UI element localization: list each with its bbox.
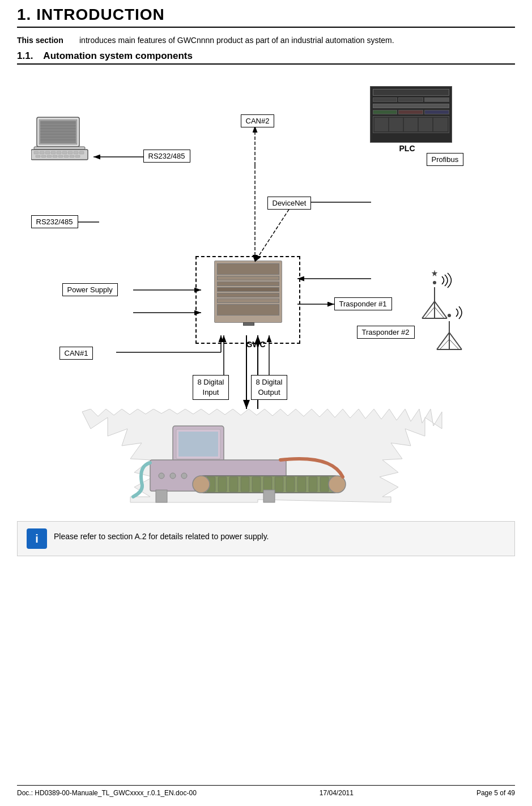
svg-rect-37 <box>62 151 67 154</box>
trasponder1-label: Trasponder #1 <box>334 297 392 310</box>
svg-point-83 <box>193 476 210 493</box>
svg-rect-73 <box>218 477 227 492</box>
footer-page: Page 5 of 49 <box>476 789 515 797</box>
footer-doc-ref: Doc.: HD0389-00-Manuale_TL_GWCxxxx_r.0.1… <box>17 789 197 797</box>
footer-date: 17/04/2011 <box>320 789 354 797</box>
svg-rect-39 <box>74 151 78 154</box>
svg-rect-46 <box>64 155 69 157</box>
digital-input-label: 8 DigitalInput <box>193 375 229 400</box>
devicenet-label: DeviceNet <box>267 197 312 210</box>
svg-rect-38 <box>68 151 73 154</box>
svg-rect-75 <box>241 477 249 492</box>
svg-rect-36 <box>57 151 61 154</box>
antenna2-icon <box>432 304 466 354</box>
svg-rect-80 <box>297 477 306 492</box>
power-supply-label: Power Supply <box>62 283 118 296</box>
svg-rect-42 <box>41 155 46 157</box>
profibus-label: Profibus <box>427 153 464 166</box>
svg-point-89 <box>181 473 187 479</box>
subsection-title: Automation system components <box>43 50 193 62</box>
page-footer: Doc.: HD0389-00-Manuale_TL_GWCxxxx_r.0.1… <box>17 785 515 800</box>
svg-rect-81 <box>309 477 317 492</box>
info-icon: i <box>27 528 47 549</box>
machine-area <box>37 409 484 505</box>
plc-device <box>370 86 452 143</box>
plc-label: PLC <box>399 144 415 153</box>
section-intro-text: introduces main features of GWCnnnn prod… <box>79 36 515 45</box>
svg-rect-33 <box>40 151 44 154</box>
svg-rect-76 <box>252 477 261 492</box>
svg-rect-31 <box>31 150 88 160</box>
svg-rect-79 <box>286 477 295 492</box>
svg-rect-74 <box>229 477 238 492</box>
svg-rect-48 <box>75 155 80 157</box>
svg-rect-69 <box>178 432 218 457</box>
page-header: 1. INTRODUCTION <box>17 0 515 28</box>
svg-rect-41 <box>36 155 40 157</box>
rs232-485-top-label: RS232/485 <box>143 150 190 163</box>
svg-rect-35 <box>51 151 56 154</box>
note-box: i Please refer to section A.2 for detail… <box>17 521 515 556</box>
svg-rect-82 <box>320 477 329 492</box>
digital-output-label: 8 DigitalOutput <box>251 375 288 400</box>
svg-rect-85 <box>156 490 167 502</box>
svg-rect-44 <box>53 155 57 157</box>
svg-rect-40 <box>79 151 84 154</box>
svg-rect-47 <box>70 155 74 157</box>
rs232-485-left-label: RS232/485 <box>31 215 78 228</box>
diagram-area: RS232/485 CAN#2 <box>20 69 513 511</box>
svg-marker-56 <box>432 270 437 276</box>
svg-point-87 <box>159 473 164 479</box>
note-text: Please refer to section A.2 for details … <box>54 528 269 541</box>
trasponder2-label: Trasponder #2 <box>357 326 415 339</box>
svg-point-65 <box>448 314 451 317</box>
can1-label: CAN#1 <box>59 347 93 360</box>
can2-label: CAN#2 <box>241 114 275 127</box>
section-intro-label: This section <box>17 36 79 45</box>
page-title: 1. INTRODUCTION <box>17 6 515 24</box>
svg-rect-43 <box>47 155 52 157</box>
subsection-number: 1.1. <box>17 50 33 62</box>
svg-rect-32 <box>34 151 39 154</box>
svg-line-7 <box>255 205 292 262</box>
svg-point-57 <box>433 281 436 284</box>
svg-point-88 <box>170 473 176 479</box>
page-container: 1. INTRODUCTION This section introduces … <box>0 0 532 806</box>
section-intro: This section introduces main features of… <box>17 36 515 45</box>
svg-rect-77 <box>263 477 272 492</box>
svg-rect-45 <box>58 155 63 157</box>
svg-rect-78 <box>275 477 283 492</box>
laptop-icon <box>31 114 93 163</box>
subsection-header: 1.1. Automation system components <box>17 50 515 65</box>
svg-rect-86 <box>263 490 275 502</box>
svg-rect-34 <box>45 151 50 154</box>
gwc-box <box>195 256 300 344</box>
